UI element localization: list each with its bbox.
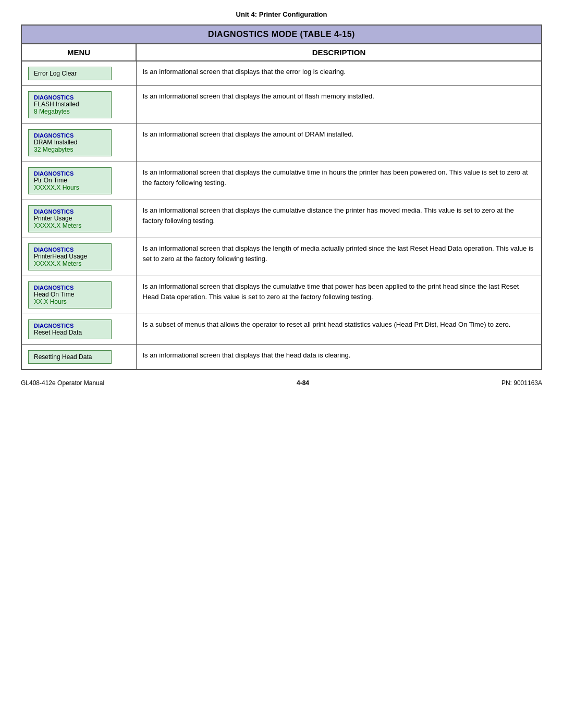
footer-center: 4-84: [104, 379, 501, 387]
page-header: Unit 4: Printer Configuration: [21, 10, 542, 18]
col-header-menu: MENU: [21, 44, 136, 61]
menu-line2: XXXXX.X Meters: [34, 222, 106, 229]
menu-line1: Ptr On Time: [34, 177, 106, 184]
table-row: DIAGNOSTICS Head On Time XX.X Hours Is a…: [21, 276, 542, 314]
screen-box: DIAGNOSTICS Reset Head Data: [28, 319, 112, 339]
table-row: DIAGNOSTICS Ptr On Time XXXXX.X Hours Is…: [21, 162, 542, 200]
table-row: DIAGNOSTICS DRAM Installed 32 Megabytes …: [21, 124, 542, 162]
menu-line1: FLASH Installed: [34, 101, 106, 108]
menu-cell: DIAGNOSTICS Reset Head Data: [21, 314, 136, 345]
desc-cell: Is an informational screen that displays…: [136, 162, 542, 200]
desc-cell: Is an informational screen that displays…: [136, 345, 542, 370]
diag-label: DIAGNOSTICS: [34, 323, 106, 329]
table-row: Error Log Clear Is an informational scre…: [21, 61, 542, 86]
menu-cell: DIAGNOSTICS DRAM Installed 32 Megabytes: [21, 124, 136, 162]
menu-line2: XX.X Hours: [34, 298, 106, 305]
screen-box: DIAGNOSTICS Ptr On Time XXXXX.X Hours: [28, 167, 112, 194]
menu-line2: Head Data: [62, 353, 92, 361]
screen-box: Error Log Clear: [28, 67, 112, 80]
menu-cell: DIAGNOSTICS Head On Time XX.X Hours: [21, 276, 136, 314]
table-row: Resetting Head Data Is an informational …: [21, 345, 542, 370]
footer-right: PN: 9001163A: [501, 379, 542, 387]
table-row: DIAGNOSTICS Printer Usage XXXXX.X Meters…: [21, 200, 542, 238]
menu-line1: PrinterHead Usage: [34, 253, 106, 260]
desc-cell: Is an informational screen that displays…: [136, 200, 542, 238]
menu-cell: Error Log Clear: [21, 61, 136, 86]
desc-cell: Is a subset of menus that allows the ope…: [136, 314, 542, 345]
screen-box: DIAGNOSTICS DRAM Installed 32 Megabytes: [28, 129, 112, 156]
screen-box: DIAGNOSTICS PrinterHead Usage XXXXX.X Me…: [28, 243, 112, 270]
desc-cell: Is an informational screen that displays…: [136, 238, 542, 276]
diag-label: DIAGNOSTICS: [34, 246, 106, 253]
table-row: DIAGNOSTICS PrinterHead Usage XXXXX.X Me…: [21, 238, 542, 276]
diag-label: DIAGNOSTICS: [34, 94, 106, 101]
header-row: MENU DESCRIPTION: [21, 44, 542, 61]
main-table: DIAGNOSTICS MODE (TABLE 4-15) MENU DESCR…: [21, 24, 542, 370]
desc-cell: Is an informational screen that displays…: [136, 276, 542, 314]
footer-left: GL408-412e Operator Manual: [21, 379, 104, 387]
screen-box: Resetting Head Data: [28, 350, 112, 364]
menu-line1: Printer Usage: [34, 215, 106, 222]
col-header-desc: DESCRIPTION: [136, 44, 542, 61]
screen-box: DIAGNOSTICS Head On Time XX.X Hours: [28, 281, 112, 309]
table-title: DIAGNOSTICS MODE (TABLE 4-15): [21, 25, 542, 44]
menu-line1: Resetting: [34, 353, 60, 361]
menu-cell: DIAGNOSTICS Ptr On Time XXXXX.X Hours: [21, 162, 136, 200]
diag-label: DIAGNOSTICS: [34, 170, 106, 177]
menu-line1: DRAM Installed: [34, 139, 106, 146]
title-row: DIAGNOSTICS MODE (TABLE 4-15): [21, 25, 542, 44]
menu-cell: DIAGNOSTICS Printer Usage XXXXX.X Meters: [21, 200, 136, 238]
screen-box: DIAGNOSTICS Printer Usage XXXXX.X Meters: [28, 205, 112, 232]
diag-label: DIAGNOSTICS: [34, 285, 106, 291]
menu-line1: Error Log Clear: [34, 70, 77, 77]
menu-cell: DIAGNOSTICS PrinterHead Usage XXXXX.X Me…: [21, 238, 136, 276]
desc-cell: Is an informational screen that displays…: [136, 86, 542, 124]
table-row: DIAGNOSTICS FLASH Installed 8 Megabytes …: [21, 86, 542, 124]
desc-cell: Is an informational screen that displays…: [136, 124, 542, 162]
menu-cell: Resetting Head Data: [21, 345, 136, 370]
diag-label: DIAGNOSTICS: [34, 208, 106, 215]
menu-line1: Head On Time: [34, 291, 106, 298]
screen-box: DIAGNOSTICS FLASH Installed 8 Megabytes: [28, 91, 112, 118]
page-footer: GL408-412e Operator Manual 4-84 PN: 9001…: [21, 379, 542, 387]
menu-line2: 32 Megabytes: [34, 146, 106, 153]
menu-line2: XXXXX.X Hours: [34, 184, 106, 191]
desc-cell: Is an informational screen that displays…: [136, 61, 542, 86]
diag-label: DIAGNOSTICS: [34, 132, 106, 139]
menu-cell: DIAGNOSTICS FLASH Installed 8 Megabytes: [21, 86, 136, 124]
menu-line1: Reset Head Data: [34, 329, 106, 336]
menu-line2: 8 Megabytes: [34, 108, 106, 115]
menu-line2: XXXXX.X Meters: [34, 260, 106, 267]
table-row: DIAGNOSTICS Reset Head Data Is a subset …: [21, 314, 542, 345]
